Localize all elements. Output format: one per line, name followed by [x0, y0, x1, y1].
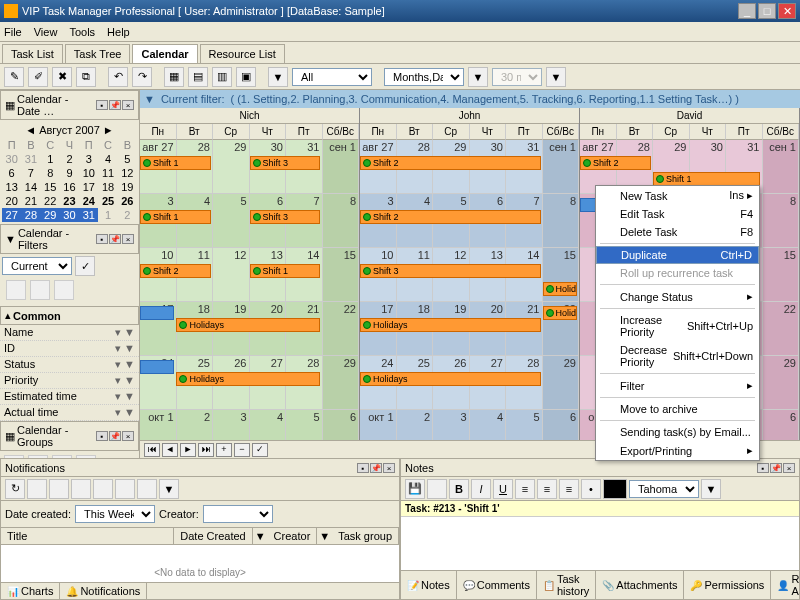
- creator-select[interactable]: [203, 505, 273, 523]
- day-cell[interactable]: 29: [213, 140, 250, 193]
- nav-plus-icon[interactable]: +: [216, 443, 232, 457]
- underline-icon[interactable]: U: [493, 479, 513, 499]
- day-cell[interactable]: 2: [177, 410, 214, 440]
- notif-ico6[interactable]: [115, 479, 135, 499]
- day-cell[interactable]: 6: [543, 410, 580, 440]
- btab-history[interactable]: 📋 Task history: [537, 571, 596, 599]
- bold-icon[interactable]: B: [449, 479, 469, 499]
- notif-ico5[interactable]: [93, 479, 113, 499]
- tab-calendar[interactable]: Calendar: [132, 44, 197, 63]
- font-select[interactable]: Tahoma: [629, 480, 699, 498]
- day-cell[interactable]: 6: [323, 410, 360, 440]
- btab-notifications[interactable]: 🔔 Notifications: [60, 583, 147, 599]
- day-cell[interactable]: 8: [543, 194, 580, 247]
- edit-icon[interactable]: ✐: [28, 67, 48, 87]
- calendar-event[interactable]: Shift 2: [140, 264, 211, 278]
- context-menu[interactable]: New TaskIns ▸Edit TaskF4Delete TaskF8Dup…: [595, 185, 760, 461]
- menu-item[interactable]: Filter ▸: [596, 376, 759, 395]
- prop-row[interactable]: Actual time▾ ▼: [0, 405, 139, 421]
- filter-ico3[interactable]: [54, 280, 74, 300]
- day-cell[interactable]: 4: [250, 410, 287, 440]
- notes-ico2[interactable]: [427, 479, 447, 499]
- calendar-event[interactable]: Shift 3: [250, 210, 321, 224]
- day-cell[interactable]: 6: [763, 410, 800, 440]
- nav-prev-icon[interactable]: ◄: [162, 443, 178, 457]
- day-cell[interactable]: 5: [506, 410, 543, 440]
- close-button[interactable]: ✕: [778, 3, 796, 19]
- menu-item[interactable]: Decrease PriorityShift+Ctrl+Down: [596, 341, 759, 371]
- calendar-event[interactable]: Shift 1: [250, 264, 321, 278]
- panel-common-header[interactable]: ▴Common: [0, 306, 139, 325]
- menu-item[interactable]: New TaskIns ▸: [596, 186, 759, 205]
- menu-item[interactable]: Export/Printing ▸: [596, 441, 759, 460]
- align-left-icon[interactable]: ≡: [515, 479, 535, 499]
- day-cell[interactable]: 4: [470, 410, 507, 440]
- calendar-event[interactable]: Shift 3: [250, 156, 321, 170]
- btab-notes[interactable]: 📝 Notes: [401, 571, 457, 599]
- notif-ico2[interactable]: [27, 479, 47, 499]
- date-created-select[interactable]: This Week: [75, 505, 155, 523]
- col-title[interactable]: Title: [1, 528, 174, 544]
- notif-ico3[interactable]: [49, 479, 69, 499]
- calendar-event[interactable]: Shift 2: [360, 210, 541, 224]
- filter-current-select[interactable]: Current: [2, 257, 72, 275]
- day-cell[interactable]: окт 1: [360, 410, 397, 440]
- undo-icon[interactable]: ↶: [108, 67, 128, 87]
- calendar-event[interactable]: Holidays: [176, 372, 320, 386]
- calendar-event[interactable]: Shift 1: [140, 210, 211, 224]
- notif-ico4[interactable]: [71, 479, 91, 499]
- calendar-event[interactable]: Holidays: [360, 372, 541, 386]
- nav-last-icon[interactable]: ⏭: [198, 443, 214, 457]
- day-cell[interactable]: 22: [323, 302, 360, 355]
- day-cell[interactable]: 2: [397, 410, 434, 440]
- day-cell[interactable]: 3: [433, 410, 470, 440]
- btab-resource[interactable]: 👤 Resource Assignment: [771, 571, 800, 599]
- align-center-icon[interactable]: ≡: [537, 479, 557, 499]
- panel-filters-header[interactable]: ▼Calendar - Filters ▪📌×: [0, 224, 139, 254]
- btab-comments[interactable]: 💬 Comments: [457, 571, 537, 599]
- btab-permissions[interactable]: 🔑 Permissions: [684, 571, 771, 599]
- menu-tools[interactable]: Tools: [69, 26, 95, 38]
- view3-icon[interactable]: ▥: [212, 67, 232, 87]
- calendar-event[interactable]: Shift 2: [360, 156, 541, 170]
- calendar-event[interactable]: Shift 1: [140, 156, 211, 170]
- menu-item[interactable]: Sending task(s) by Email...: [596, 423, 759, 441]
- menu-item[interactable]: Roll up recurrence task: [596, 264, 759, 282]
- bullets-icon[interactable]: •: [581, 479, 601, 499]
- panel-date-header[interactable]: ▦Calendar - Date … ▪📌×: [0, 90, 139, 120]
- tab-resourcelist[interactable]: Resource List: [200, 44, 285, 63]
- nav-first-icon[interactable]: ⏮: [144, 443, 160, 457]
- notes-editor[interactable]: [401, 517, 799, 570]
- nav-minus-icon[interactable]: −: [234, 443, 250, 457]
- align-right-icon[interactable]: ≡: [559, 479, 579, 499]
- prop-row[interactable]: Estimated time▾ ▼: [0, 389, 139, 405]
- panel-groups-header[interactable]: ▦Calendar - Groups ▪📌×: [0, 421, 139, 451]
- x-icon[interactable]: ×: [122, 100, 134, 110]
- day-cell[interactable]: 3: [213, 410, 250, 440]
- day-cell[interactable]: 22: [763, 302, 800, 355]
- day-cell[interactable]: 8: [763, 194, 800, 247]
- day-cell[interactable]: 29: [543, 356, 580, 409]
- filter-ico2[interactable]: [30, 280, 50, 300]
- filter-all-select[interactable]: All: [292, 68, 372, 86]
- day-cell[interactable]: сен 1: [543, 140, 580, 193]
- day-cell[interactable]: 8: [323, 194, 360, 247]
- calendar-event[interactable]: [140, 360, 174, 374]
- min-icon[interactable]: ▪: [96, 100, 108, 110]
- calendar-event[interactable]: [140, 306, 174, 320]
- calendar-event[interactable]: Holidays: [543, 306, 577, 320]
- day-cell[interactable]: 5: [286, 410, 323, 440]
- col-taskgroup[interactable]: Task group: [332, 528, 399, 544]
- minimize-button[interactable]: _: [738, 3, 756, 19]
- day-cell[interactable]: 12: [213, 248, 250, 301]
- nav-next-icon[interactable]: ►: [180, 443, 196, 457]
- view4-icon[interactable]: ▣: [236, 67, 256, 87]
- day-cell[interactable]: сен 1: [323, 140, 360, 193]
- dup-icon[interactable]: ⧉: [76, 67, 96, 87]
- menu-item[interactable]: Edit TaskF4: [596, 205, 759, 223]
- day-cell[interactable]: 15: [763, 248, 800, 301]
- tab-tasklist[interactable]: Task List: [2, 44, 63, 63]
- day-cell[interactable]: 29: [323, 356, 360, 409]
- filter-ico1[interactable]: [6, 280, 26, 300]
- prop-row[interactable]: ID▾ ▼: [0, 341, 139, 357]
